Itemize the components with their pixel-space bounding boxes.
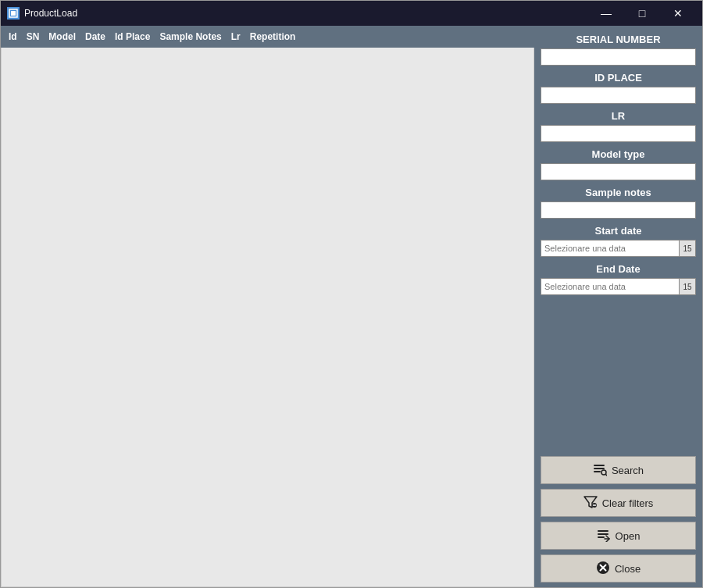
end-date-label: End Date	[541, 258, 696, 278]
serial-number-label: SERIAL NUMBER	[541, 29, 696, 48]
search-label: Search	[612, 465, 644, 476]
model-type-input[interactable]	[541, 163, 696, 180]
svg-rect-3	[594, 468, 605, 469]
maximize-button[interactable]: □	[624, 1, 660, 26]
title-bar-left: ProductLoad	[7, 7, 77, 20]
svg-line-6	[605, 474, 607, 476]
col-sn: SN	[22, 31, 45, 42]
col-id-place: Id Place	[110, 31, 155, 42]
svg-rect-2	[594, 465, 605, 466]
svg-rect-4	[594, 471, 601, 472]
table-header: Id SN Model Date Id Place Sample Notes L…	[1, 26, 534, 48]
main-content: Id SN Model Date Id Place Sample Notes L…	[1, 26, 702, 587]
close-window-button[interactable]: ✕	[660, 1, 696, 26]
main-window: ProductLoad — □ ✕ Id SN Model Date Id Pl…	[0, 0, 703, 588]
start-date-calendar-button[interactable]: 15	[679, 240, 696, 257]
clear-filters-label: Clear filters	[602, 497, 654, 509]
left-panel: Id SN Model Date Id Place Sample Notes L…	[1, 26, 534, 587]
start-date-label: Start date	[541, 220, 696, 240]
svg-rect-12	[598, 536, 605, 538]
model-type-label: Model type	[541, 144, 696, 163]
close-button[interactable]: Close	[541, 554, 696, 583]
search-button[interactable]: Search	[541, 456, 696, 484]
minimize-button[interactable]: —	[588, 1, 624, 26]
end-date-wrapper: 15	[541, 278, 696, 295]
lr-label: LR	[541, 105, 696, 125]
svg-rect-1	[11, 11, 16, 16]
table-body	[1, 48, 534, 587]
open-icon	[597, 528, 611, 544]
lr-input[interactable]	[541, 125, 696, 142]
col-repetition: Repetition	[245, 31, 301, 42]
sample-notes-input[interactable]	[541, 201, 696, 219]
start-date-wrapper: 15	[541, 240, 696, 257]
id-place-label: ID PLACE	[541, 67, 696, 87]
id-place-input[interactable]	[541, 87, 696, 104]
col-model: Model	[44, 31, 80, 42]
col-lr: Lr	[227, 31, 245, 42]
svg-rect-10	[598, 530, 608, 532]
title-bar: ProductLoad — □ ✕	[1, 1, 702, 26]
app-icon	[7, 7, 20, 20]
col-sample-notes: Sample Notes	[155, 31, 226, 42]
open-label: Open	[616, 530, 641, 542]
open-button[interactable]: Open	[541, 522, 696, 550]
clear-filters-icon	[583, 495, 598, 511]
end-date-input[interactable]	[541, 278, 679, 295]
close-label: Close	[615, 563, 641, 575]
svg-rect-11	[598, 533, 608, 535]
serial-number-input[interactable]	[541, 48, 696, 66]
start-date-input[interactable]	[541, 240, 679, 257]
col-id: Id	[7, 31, 22, 42]
close-icon	[596, 561, 610, 577]
end-date-calendar-button[interactable]: 15	[679, 278, 696, 295]
sample-notes-label: Sample notes	[541, 182, 696, 201]
window-controls: — □ ✕	[588, 1, 696, 26]
window-title: ProductLoad	[24, 8, 77, 19]
right-panel: SERIAL NUMBER ID PLACE LR Model type Sam…	[534, 26, 702, 587]
col-date: Date	[80, 31, 110, 42]
clear-filters-button[interactable]: Clear filters	[541, 489, 696, 517]
search-icon	[593, 462, 607, 479]
